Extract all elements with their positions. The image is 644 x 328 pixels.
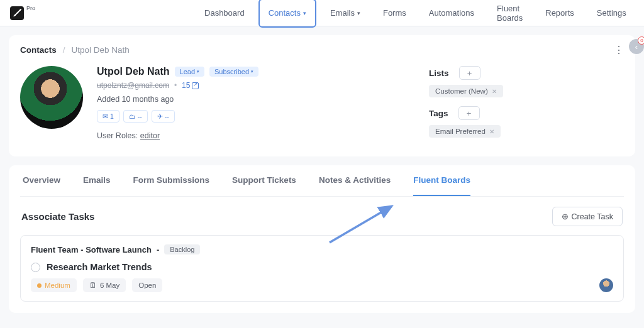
tab-notes-activities[interactable]: Notes & Activities: [319, 165, 391, 196]
separator-dot: •: [174, 81, 177, 90]
contact-avatar: [20, 66, 83, 129]
folder-icon: 🗀: [129, 112, 136, 120]
activity-sends[interactable]: ✈ --: [152, 110, 175, 123]
chevron-down-icon: ▾: [357, 10, 360, 16]
tag-chip: Email Preferred ✕: [429, 125, 501, 138]
lead-status-label: Lead: [180, 68, 195, 75]
tab-form-submissions[interactable]: Form Submissions: [133, 165, 210, 196]
task-title: Research Market Trends: [47, 262, 152, 272]
tab-fluent-boards[interactable]: Fluent Boards: [413, 165, 470, 196]
task-status-pill: Open: [132, 278, 162, 292]
task-due-pill: 🗓 6 May: [83, 278, 126, 292]
nav-dashboard[interactable]: Dashboard: [196, 0, 253, 28]
task-checkbox[interactable]: [31, 263, 40, 272]
task-board-sep: -: [157, 245, 159, 254]
task-row[interactable]: Research Market Trends: [31, 262, 613, 272]
lead-status-badge[interactable]: Lead ▾: [175, 67, 204, 77]
send-icon: ✈: [157, 112, 163, 120]
task-due-label: 6 May: [100, 282, 119, 289]
activity-emails[interactable]: ✉ 1: [97, 110, 119, 123]
external-link-icon: [192, 82, 199, 89]
task-stage-badge: Backlog: [164, 244, 200, 254]
activity-badges: ✉ 1 🗀 -- ✈ --: [97, 110, 415, 123]
lists-label: Lists: [429, 68, 449, 78]
notification-count-badge: 0: [638, 36, 644, 45]
nav-reports[interactable]: Reports: [536, 0, 583, 28]
activity-sends-count: --: [165, 112, 169, 120]
top-nav-bar: Pro Dashboard Contacts ▾ Emails ▾ Forms …: [0, 0, 644, 26]
task-meta: Medium 🗓 6 May Open: [31, 278, 613, 292]
tasks-section-title: Associate Tasks: [21, 211, 94, 222]
breadcrumb-leaf: Utpol Deb Nath: [72, 45, 130, 55]
nav-contacts[interactable]: Contacts ▾: [258, 0, 316, 28]
contact-info: Utpol Deb Nath Lead ▾ Subscribed ▾ utpol…: [97, 66, 415, 146]
breadcrumb-sep: /: [63, 45, 65, 55]
subscribed-label: Subscribed: [214, 68, 249, 75]
nav-fluent-boards[interactable]: Fluent Boards: [488, 0, 531, 28]
app-logo-icon: [10, 6, 24, 20]
nav-emails-label: Emails: [330, 8, 355, 18]
contact-tabs: Overview Emails Form Submissions Support…: [20, 165, 624, 197]
list-chip: Customer (New) ✕: [429, 85, 503, 97]
create-task-label: Create Task: [572, 212, 613, 221]
task-priority-label: Medium: [45, 282, 70, 289]
task-assignee-avatar[interactable]: [599, 278, 613, 292]
tags-header: Tags +: [429, 106, 624, 120]
mail-icon: ✉: [103, 112, 108, 120]
side-collapse-button[interactable]: ‹ 0: [629, 39, 644, 54]
task-priority-pill: Medium: [31, 278, 77, 292]
role-link[interactable]: editor: [140, 131, 160, 140]
add-tag-button[interactable]: +: [458, 106, 480, 120]
caret-down-icon: ▾: [251, 69, 253, 74]
task-card: Fluent Team - Software Launch - Backlog …: [20, 235, 624, 302]
roles-label: User Roles:: [97, 131, 138, 140]
tabs-card: Overview Emails Form Submissions Support…: [9, 165, 635, 313]
nav-emails[interactable]: Emails ▾: [321, 0, 369, 28]
priority-dot-icon: [37, 283, 42, 288]
remove-list-icon[interactable]: ✕: [492, 88, 497, 95]
page-body: Contacts / Utpol Deb Nath ⋮ Utpol Deb Na…: [0, 26, 644, 322]
tab-emails[interactable]: Emails: [83, 165, 111, 196]
more-menu-icon[interactable]: ⋮: [614, 44, 624, 56]
user-roles: User Roles: editor: [97, 131, 415, 140]
contact-name: Utpol Deb Nath: [97, 66, 170, 77]
tasks-section-header: Associate Tasks ⊕ Create Task: [20, 197, 624, 235]
calendar-icon: 🗓: [89, 282, 97, 289]
caret-down-icon: ▾: [197, 69, 199, 74]
chevron-down-icon: ▾: [303, 10, 306, 16]
task-board-name: Fluent Team - Software Launch: [31, 245, 152, 254]
create-task-button[interactable]: ⊕ Create Task: [552, 207, 623, 226]
link-count[interactable]: 15: [182, 81, 199, 90]
nav-automations[interactable]: Automations: [420, 0, 483, 28]
lists-header: Lists +: [429, 66, 624, 80]
plan-label: Pro: [26, 5, 35, 11]
add-list-button[interactable]: +: [459, 66, 480, 80]
nav-forms[interactable]: Forms: [374, 0, 415, 28]
profile-row: Utpol Deb Nath Lead ▾ Subscribed ▾ utpol…: [20, 66, 624, 146]
subscribed-badge[interactable]: Subscribed ▾: [209, 67, 258, 77]
tab-overview[interactable]: Overview: [23, 165, 60, 196]
breadcrumb: Contacts / Utpol Deb Nath ⋮: [20, 45, 624, 55]
breadcrumb-root[interactable]: Contacts: [20, 45, 57, 55]
nav-settings[interactable]: Settings: [588, 0, 635, 28]
activity-folders[interactable]: 🗀 --: [123, 110, 148, 123]
activity-emails-count: 1: [110, 112, 114, 120]
tab-support-tickets[interactable]: Support Tickets: [232, 165, 296, 196]
contact-email: utpolzntz@gmail.com: [97, 81, 169, 90]
name-row: Utpol Deb Nath Lead ▾ Subscribed ▾: [97, 66, 415, 77]
task-card-header: Fluent Team - Software Launch - Backlog: [31, 244, 613, 254]
link-count-value: 15: [182, 81, 190, 90]
main-nav: Dashboard Contacts ▾ Emails ▾ Forms Auto…: [196, 0, 635, 28]
email-row: utpolzntz@gmail.com • 15: [97, 81, 415, 90]
list-chip-label: Customer (New): [435, 87, 488, 95]
meta-column: Lists + Customer (New) ✕ Tags + Email Pr…: [429, 66, 624, 146]
contact-card: Contacts / Utpol Deb Nath ⋮ Utpol Deb Na…: [9, 35, 635, 156]
logo-wrap: Pro: [10, 6, 35, 20]
remove-tag-icon[interactable]: ✕: [489, 128, 494, 135]
activity-folders-count: --: [138, 112, 142, 120]
tag-chip-label: Email Preferred: [435, 128, 486, 135]
plus-circle-icon: ⊕: [562, 212, 569, 221]
tags-label: Tags: [429, 109, 448, 118]
added-ago: Added 10 months ago: [97, 95, 415, 104]
nav-contacts-label: Contacts: [269, 8, 301, 18]
